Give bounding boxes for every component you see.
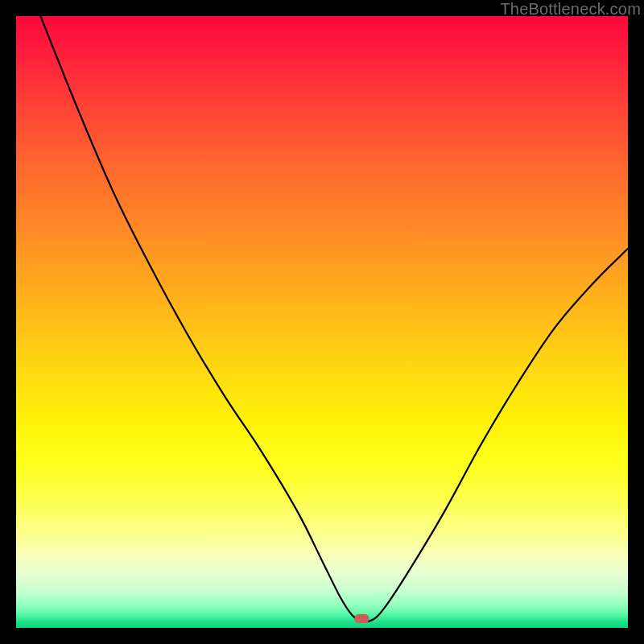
chart-frame: TheBottleneck.com bbox=[0, 0, 644, 644]
watermark-text: TheBottleneck.com bbox=[500, 0, 641, 19]
bottleneck-curve-svg bbox=[16, 16, 628, 628]
minimum-marker bbox=[354, 614, 369, 623]
bottleneck-curve bbox=[40, 16, 628, 621]
plot-area bbox=[16, 16, 628, 628]
